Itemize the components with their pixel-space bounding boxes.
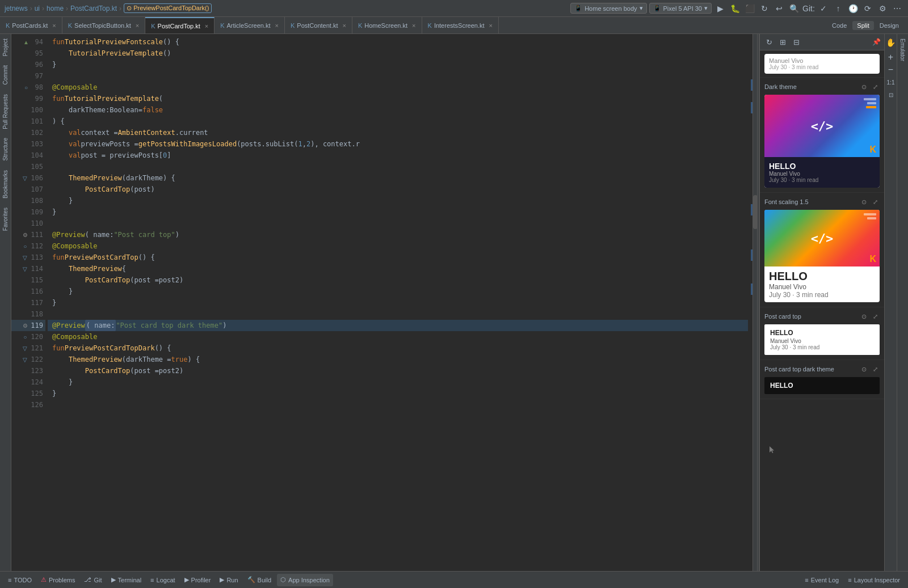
tab-postcards[interactable]: K PostCards.kt ×: [0, 17, 62, 33]
status-git[interactable]: ⎇ Git: [81, 574, 105, 586]
sync-button[interactable]: ↻: [758, 2, 771, 15]
status-todo[interactable]: ≡ TODO: [5, 574, 35, 586]
git-icon[interactable]: Git:: [802, 2, 815, 15]
code-line-123[interactable]: PostCardTop(post = post2): [48, 365, 748, 377]
code-line-99[interactable]: fun TutorialPreviewTemplate(: [48, 93, 748, 104]
save-font-preview-btn[interactable]: ⊙: [859, 197, 868, 206]
debug-button[interactable]: 🐛: [729, 2, 741, 15]
code-line-112[interactable]: @Composable: [48, 240, 748, 252]
code-line-101[interactable]: ) {: [48, 116, 748, 127]
sidebar-item-project[interactable]: Project: [1, 34, 10, 61]
gutter-icon-114[interactable]: ▽: [21, 266, 29, 272]
code-line-115[interactable]: PostCardTop(post = post2): [48, 274, 748, 286]
refresh-icon[interactable]: ⟳: [861, 2, 874, 15]
tab-homescreen[interactable]: K HomeScreen.kt ×: [352, 17, 422, 33]
tab-close-postcards[interactable]: ×: [52, 22, 56, 29]
run-button[interactable]: ▶: [714, 2, 726, 15]
status-layout-inspector[interactable]: ≡ Layout Inspector: [844, 574, 903, 586]
breadcrumb-ui[interactable]: ui: [35, 5, 40, 12]
view-split-btn[interactable]: Split: [852, 21, 873, 30]
gutter-icon-120[interactable]: ○: [21, 334, 29, 340]
open-preview-btn[interactable]: ⤢: [871, 82, 880, 91]
gutter-icon-113[interactable]: ▽: [21, 255, 29, 261]
sidebar-item-commit[interactable]: Commit: [1, 61, 10, 89]
save-preview-btn[interactable]: ⊙: [859, 82, 868, 91]
gutter-icon-111[interactable]: ⚙: [21, 232, 29, 238]
code-line-94[interactable]: fun TutorialPreviewFontscale() {: [48, 36, 748, 48]
tab-close-articlescreen[interactable]: ×: [275, 22, 279, 29]
code-scrollbar-thumb[interactable]: [753, 195, 757, 229]
breadcrumb-function[interactable]: ⊙ PreviewPostCardTopDark(): [124, 3, 212, 13]
code-scrollbar[interactable]: [753, 34, 757, 571]
tab-close-postcardtop[interactable]: ×: [205, 23, 208, 29]
view-design-btn[interactable]: Design: [875, 21, 903, 30]
grid-view-btn[interactable]: ⊞: [777, 36, 788, 48]
more-icon[interactable]: ⋯: [891, 2, 903, 15]
code-line-111[interactable]: @Preview( name: "Post card top"): [48, 229, 748, 240]
gutter-icon-98[interactable]: ○: [22, 84, 30, 91]
layout-btn[interactable]: ⊟: [791, 36, 802, 48]
open-font-preview-btn[interactable]: ⤢: [871, 197, 880, 206]
tab-close-selecttopic[interactable]: ×: [136, 22, 139, 29]
save-pct-btn[interactable]: ⊙: [859, 312, 868, 321]
code-line-113[interactable]: fun PreviewPostCardTop() {: [48, 252, 748, 263]
code-line-96[interactable]: }: [48, 59, 748, 70]
code-line-105[interactable]: [48, 161, 748, 172]
tab-articlescreen[interactable]: K ArticleScreen.kt ×: [215, 17, 285, 33]
open-pct-btn[interactable]: ⤢: [871, 312, 880, 321]
gutter-icon-122[interactable]: ▽: [21, 357, 29, 363]
stop-button[interactable]: ⬛: [743, 2, 756, 15]
code-line-120[interactable]: @Composable: [48, 331, 748, 342]
code-line-118[interactable]: [48, 308, 748, 320]
code-line-114[interactable]: ThemedPreview {: [48, 263, 748, 274]
gutter-icon-94[interactable]: ▲: [22, 39, 30, 45]
breadcrumb-file[interactable]: PostCardTop.kt: [70, 5, 117, 12]
status-terminal[interactable]: ▶ Terminal: [108, 574, 145, 586]
tab-close-postcontent[interactable]: ×: [343, 22, 346, 29]
screen-dropdown[interactable]: 📱 Home screen body ▾: [570, 3, 646, 14]
code-line-116[interactable]: }: [48, 286, 748, 297]
settings-icon[interactable]: ⚙: [876, 2, 889, 15]
code-line-107[interactable]: PostCardTop(post): [48, 184, 748, 195]
breadcrumb-home[interactable]: home: [47, 5, 64, 12]
status-build[interactable]: 🔨 Build: [244, 574, 275, 586]
tab-selecttopic[interactable]: K SelectTopicButton.kt ×: [62, 17, 145, 33]
commit-icon[interactable]: ✓: [817, 2, 830, 15]
sidebar-item-structure[interactable]: Structure: [1, 133, 10, 166]
code-line-121[interactable]: fun PreviewPostCardTopDark() {: [48, 342, 748, 354]
status-logcat[interactable]: ≡ Logcat: [147, 574, 178, 586]
code-line-97[interactable]: [48, 70, 748, 82]
sidebar-item-emulator[interactable]: Emulator: [898, 34, 907, 66]
gutter-icon-119[interactable]: ⚙: [21, 323, 29, 329]
code-line-100[interactable]: darkTheme: Boolean = false: [48, 104, 748, 116]
code-line-126[interactable]: [48, 399, 748, 411]
sidebar-item-favorites[interactable]: Favorites: [1, 203, 10, 235]
status-profiler[interactable]: ▶ Profiler: [181, 574, 215, 586]
undo-button[interactable]: ↩: [773, 2, 785, 15]
tab-postcardtop[interactable]: K PostCardTop.kt ×: [145, 17, 215, 33]
device-dropdown[interactable]: 📱 Pixel 5 API 30 ▾: [649, 3, 712, 14]
zoom-in-btn[interactable]: +: [886, 52, 896, 62]
code-line-122[interactable]: ThemedPreview(darkTheme = true) {: [48, 354, 748, 365]
push-icon[interactable]: ↑: [832, 2, 844, 15]
tab-close-interestsscreen[interactable]: ×: [489, 22, 493, 29]
refresh-preview-btn[interactable]: ↻: [763, 36, 775, 48]
code-line-106[interactable]: ThemedPreview(darkTheme) {: [48, 172, 748, 184]
fit-btn[interactable]: ⊡: [886, 90, 896, 100]
code-line-124[interactable]: }: [48, 377, 748, 388]
code-line-119[interactable]: @Preview( name: "Post card top dark them…: [48, 320, 748, 331]
gutter-icon-112[interactable]: ○: [21, 243, 29, 249]
zoom-reset-btn[interactable]: 1:1: [886, 77, 896, 87]
zoom-out-btn[interactable]: −: [886, 65, 896, 75]
code-line-125[interactable]: }: [48, 388, 748, 399]
code-line-110[interactable]: [48, 218, 748, 229]
gutter-icon-121[interactable]: ▽: [21, 345, 29, 352]
code-line-103[interactable]: val previewPosts = getPostsWithImagesLoa…: [48, 138, 748, 150]
status-app-inspection[interactable]: ⬡ App Inspection: [277, 574, 333, 586]
code-line-98[interactable]: @Composable: [48, 82, 748, 93]
view-code-btn[interactable]: Code: [827, 21, 851, 30]
code-line-95[interactable]: TutorialPreviewTemplate(): [48, 48, 748, 59]
code-line-109[interactable]: }: [48, 206, 748, 218]
sidebar-item-bookmarks[interactable]: Bookmarks: [1, 166, 10, 203]
tab-close-homescreen[interactable]: ×: [412, 22, 415, 29]
